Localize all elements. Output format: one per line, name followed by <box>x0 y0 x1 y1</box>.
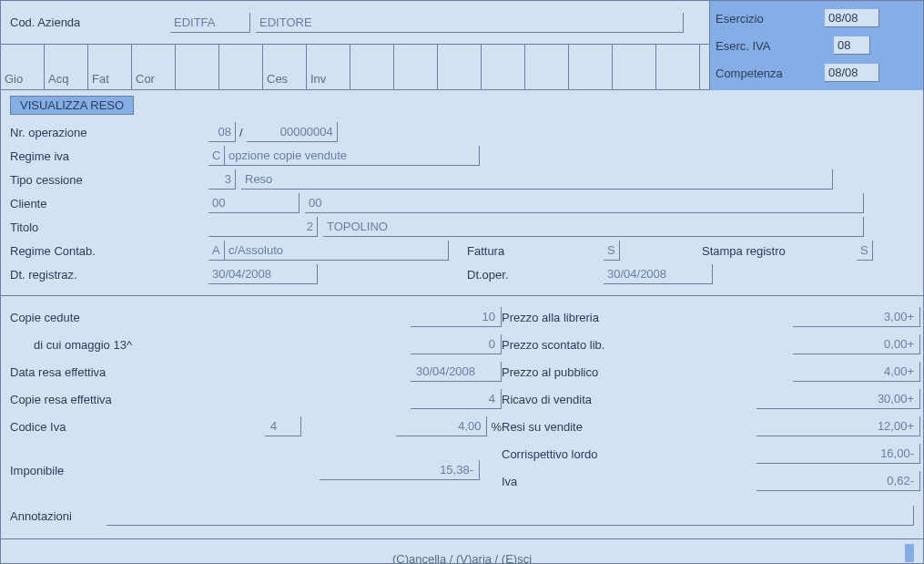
pct-sign: % <box>491 420 502 434</box>
codice-iva-label: Codice Iva <box>10 420 192 434</box>
dt-registraz-value[interactable]: 30/04/2008 <box>208 264 318 284</box>
ricavo-vendita-value[interactable]: 30,00+ <box>756 389 920 409</box>
stampa-registro-value[interactable]: S <box>857 241 873 261</box>
header-left: Cod. Azienda EDITFA EDITORE Gio Acq Fat … <box>1 1 709 90</box>
prezzo-scontato-label: Prezzo scontato lib. <box>502 338 756 352</box>
regime-iva-label: Regime iva <box>10 149 208 163</box>
di-cui-omaggio-label: di cui omaggio 13^ <box>10 338 192 352</box>
calc-left: Copie cedute 10 di cui omaggio 13^ 0 Dat… <box>10 303 502 495</box>
dt-oper-label: Dt.oper. <box>467 268 604 282</box>
footer: (C)ancella / (V)aria / (E)sci <box>1 539 923 564</box>
header: Cod. Azienda EDITFA EDITORE Gio Acq Fat … <box>1 1 923 90</box>
ricavo-vendita-label: Ricavo di vendita <box>502 393 756 406</box>
nr-operazione-label: Nr. operazione <box>10 126 208 139</box>
titolo-desc[interactable]: TOPOLINO <box>323 217 864 237</box>
cod-azienda-name[interactable]: EDITORE <box>256 13 684 33</box>
imponibile-label: Imponibile <box>10 464 192 477</box>
copie-resa-eff-label: Copie resa effettiva <box>10 393 192 406</box>
titolo-code[interactable]: 2 <box>208 217 318 237</box>
iva-value[interactable]: 0,62- <box>756 471 920 491</box>
regime-iva-desc[interactable]: opzione copie vendute <box>225 146 480 166</box>
annotazioni-label: Annotazioni <box>10 509 72 523</box>
tipo-cessione-label: Tipo cessione <box>10 173 208 187</box>
tipo-cessione-desc[interactable]: Reso <box>241 169 833 190</box>
cliente-a[interactable]: 00 <box>208 193 300 213</box>
tab-empty-3[interactable] <box>350 45 394 89</box>
tab-gio[interactable]: Gio <box>1 45 45 89</box>
tab-empty-6[interactable] <box>482 45 525 89</box>
imponibile-value[interactable]: 15,38- <box>320 460 480 480</box>
esercizio-value[interactable]: 08/08 <box>825 9 879 27</box>
tab-acq[interactable]: Acq <box>45 45 88 89</box>
calc-right: Prezzo alla libreria 3,00+ Prezzo sconta… <box>502 303 920 495</box>
footer-hint: (C)ancella / (V)aria / (E)sci <box>392 552 532 564</box>
iva-label: Iva <box>502 475 756 488</box>
prezzo-pubblico-label: Prezzo al pubblico <box>502 365 756 379</box>
cod-azienda-label: Cod. Azienda <box>10 15 170 29</box>
tab-empty-5[interactable] <box>438 45 482 89</box>
calc-grid: Copie cedute 10 di cui omaggio 13^ 0 Dat… <box>1 296 923 502</box>
tab-fat[interactable]: Fat <box>88 45 132 89</box>
regime-iva-code[interactable]: C <box>208 146 225 166</box>
app-window: Cod. Azienda EDITFA EDITORE Gio Acq Fat … <box>0 0 924 564</box>
regime-contab-code[interactable]: A <box>208 241 225 261</box>
tab-empty-8[interactable] <box>569 45 613 89</box>
regime-contab-desc[interactable]: c/Assoluto <box>225 241 449 261</box>
prezzo-libreria-value[interactable]: 3,00+ <box>793 307 920 327</box>
esercizio-label: Esercizio <box>716 12 825 26</box>
prezzo-pubblico-value[interactable]: 4,00+ <box>793 362 920 382</box>
di-cui-omaggio-value[interactable]: 0 <box>411 334 502 354</box>
tab-empty-4[interactable] <box>394 45 438 89</box>
resi-vendite-label: Resi su vendite <box>502 420 756 434</box>
form-panel: VISUALIZZA RESO Nr. operazione 08 / 0000… <box>1 90 923 296</box>
copie-resa-eff-value[interactable]: 4 <box>411 389 502 409</box>
stampa-registro-label: Stampa registro <box>702 244 857 258</box>
eserc-iva-value[interactable]: 08 <box>834 36 870 55</box>
data-resa-eff-label: Data resa effettiva <box>10 365 192 379</box>
fattura-value[interactable]: S <box>604 241 620 261</box>
cod-azienda-code[interactable]: EDITFA <box>170 13 250 33</box>
nr-operazione-b[interactable]: 00000004 <box>247 122 338 142</box>
tipo-cessione-code[interactable]: 3 <box>208 169 236 190</box>
tab-cor[interactable]: Cor <box>132 45 176 89</box>
nr-operazione-sep: / <box>236 126 247 139</box>
corrispettivo-label: Corrispettivo lordo <box>502 447 756 461</box>
tab-empty-1[interactable] <box>176 45 219 89</box>
cliente-b[interactable]: 00 <box>305 193 864 213</box>
annotazioni-field[interactable] <box>107 506 914 526</box>
data-resa-eff-value[interactable]: 30/04/2008 <box>411 362 502 382</box>
dt-oper-value[interactable]: 30/04/2008 <box>604 264 713 284</box>
tab-ces[interactable]: Ces <box>263 45 307 89</box>
tab-empty-2[interactable] <box>219 45 263 89</box>
cursor-icon <box>905 544 914 562</box>
nr-operazione-a[interactable]: 08 <box>208 122 236 142</box>
tab-empty-9[interactable] <box>613 45 656 89</box>
eserc-iva-label: Eserc. IVA <box>716 39 825 53</box>
prezzo-libreria-label: Prezzo alla libreria <box>502 311 756 324</box>
copie-cedute-label: Copie cedute <box>10 311 192 324</box>
competenza-label: Competenza <box>716 67 825 80</box>
tab-inv[interactable]: Inv <box>307 45 350 89</box>
group-title: VISUALIZZA RESO <box>10 96 134 115</box>
tab-empty-7[interactable] <box>525 45 569 89</box>
fattura-label: Fattura <box>467 244 604 258</box>
prezzo-scontato-value[interactable]: 0,00+ <box>793 334 920 354</box>
resi-vendite-value[interactable]: 12,00+ <box>756 416 920 436</box>
codice-iva-code[interactable]: 4 <box>265 416 301 436</box>
codice-iva-pct[interactable]: 4,00 <box>396 416 487 436</box>
header-right: Esercizio 08/08 Eserc. IVA 08 Competenza… <box>709 1 923 90</box>
dt-registraz-label: Dt. registraz. <box>10 268 208 282</box>
competenza-value[interactable]: 08/08 <box>825 64 879 82</box>
corrispettivo-value[interactable]: 16,00- <box>756 444 920 464</box>
annotazioni-row: Annotazioni <box>1 502 923 539</box>
copie-cedute-value[interactable]: 10 <box>411 307 502 327</box>
tab-empty-10[interactable] <box>656 45 700 89</box>
tab-bar: Gio Acq Fat Cor Ces Inv <box>1 45 709 90</box>
cod-azienda-row: Cod. Azienda EDITFA EDITORE <box>1 1 709 45</box>
cliente-label: Cliente <box>10 197 208 210</box>
regime-contab-label: Regime Contab. <box>10 244 208 258</box>
titolo-label: Titolo <box>10 220 208 234</box>
